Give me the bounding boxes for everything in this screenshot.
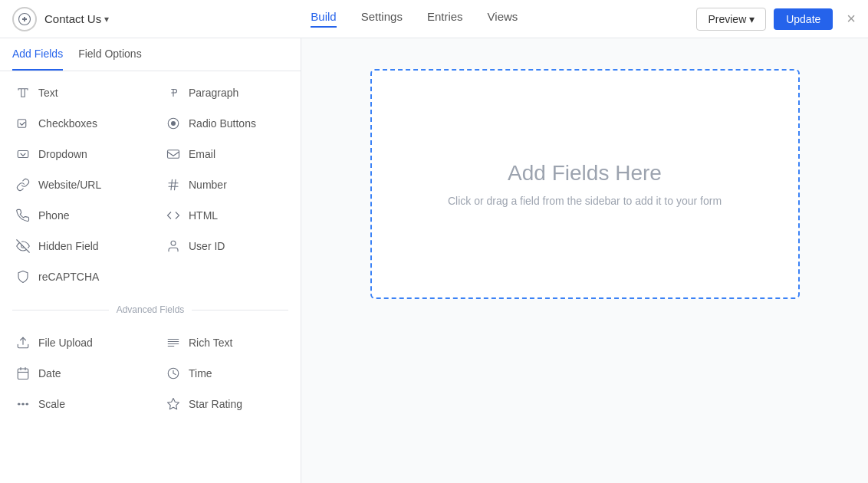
field-item-dropdown[interactable]: Dropdown — [0, 139, 150, 169]
field-item-scale[interactable]: Scale — [0, 389, 150, 419]
field-label-richtext: Rich Text — [189, 337, 232, 349]
svg-rect-1 — [18, 120, 26, 128]
dropdown-icon — [15, 146, 31, 162]
field-label-hidden: Hidden Field — [38, 240, 99, 252]
hash-icon — [166, 177, 181, 192]
field-label-recaptcha: reCAPTCHA — [38, 271, 99, 283]
code-icon — [166, 208, 181, 223]
field-item-hidden[interactable]: Hidden Field — [0, 231, 150, 261]
field-label-scale: Scale — [38, 398, 65, 410]
email-icon — [166, 146, 181, 162]
scale-icon — [15, 396, 31, 412]
form-canvas: Add Fields Here Click or drag a field fr… — [301, 38, 868, 483]
shield-icon — [15, 269, 31, 284]
field-item-checkboxes[interactable]: Checkboxes — [0, 108, 150, 139]
richtext-icon — [166, 335, 181, 350]
field-label-date: Date — [38, 367, 61, 380]
field-label-website: Website/URL — [38, 179, 101, 191]
time-icon — [166, 366, 181, 381]
field-item-number[interactable]: Number — [150, 169, 301, 200]
tab-views[interactable]: Views — [488, 10, 518, 28]
form-title: Contact Us — [44, 12, 101, 25]
drop-zone-subtitle: Click or drag a field from the sidebar t… — [448, 195, 722, 207]
sidebar: Add Fields Field Options Text Paragraph — [0, 38, 301, 483]
link-icon — [15, 177, 31, 192]
field-item-radio[interactable]: Radio Buttons — [150, 108, 301, 139]
field-item-fileupload[interactable]: File Upload — [0, 327, 150, 358]
svg-rect-13 — [18, 369, 28, 380]
field-item-website[interactable]: Website/URL — [0, 169, 150, 200]
field-item-userid[interactable]: User ID — [150, 231, 301, 261]
field-item-richtext[interactable]: Rich Text — [150, 327, 301, 358]
text-icon — [15, 85, 31, 100]
close-button[interactable]: × — [847, 10, 856, 28]
field-label-radio: Radio Buttons — [189, 117, 256, 130]
field-label-html: HTML — [189, 209, 218, 222]
advanced-fields-label: Advanced Fields — [117, 304, 185, 315]
field-label-dropdown: Dropdown — [38, 148, 87, 160]
drop-zone-title: Add Fields Here — [508, 161, 662, 186]
field-item-starrating[interactable]: Star Rating — [150, 389, 301, 419]
advanced-fields-divider: Advanced Fields — [0, 298, 301, 321]
nav-actions: Preview ▾ Update × — [696, 8, 856, 31]
field-label-paragraph: Paragraph — [189, 87, 238, 99]
title-dropdown-caret[interactable]: ▾ — [104, 14, 109, 25]
main-content: Add Fields Field Options Text Paragraph — [0, 38, 868, 483]
top-navigation: Contact Us ▾ Build Settings Entries View… — [0, 0, 868, 38]
field-item-email[interactable]: Email — [150, 139, 301, 169]
field-item-phone[interactable]: Phone — [0, 200, 150, 231]
field-item-paragraph[interactable]: Paragraph — [150, 77, 301, 108]
user-icon — [166, 238, 181, 254]
field-label-number: Number — [189, 179, 227, 191]
tab-settings[interactable]: Settings — [361, 10, 403, 28]
nav-tabs: Build Settings Entries Views — [132, 10, 696, 28]
field-label-checkboxes: Checkboxes — [38, 117, 97, 130]
tab-build[interactable]: Build — [311, 10, 336, 28]
paragraph-icon — [166, 85, 181, 100]
star-icon — [166, 396, 181, 412]
radio-icon — [166, 116, 181, 131]
fields-grid: Text Paragraph Checkboxes — [0, 71, 301, 298]
field-label-fileupload: File Upload — [38, 337, 93, 349]
date-icon — [15, 366, 31, 381]
field-item-date[interactable]: Date — [0, 358, 150, 389]
svg-point-7 — [171, 241, 176, 245]
svg-rect-5 — [168, 150, 179, 159]
svg-rect-4 — [18, 151, 28, 158]
field-label-userid: User ID — [189, 240, 225, 252]
field-label-email: Email — [189, 148, 215, 160]
field-item-text[interactable]: Text — [0, 77, 150, 108]
app-logo — [12, 7, 37, 31]
field-label-text: Text — [38, 87, 58, 99]
field-item-time[interactable]: Time — [150, 358, 301, 389]
svg-point-3 — [171, 121, 176, 126]
upload-icon — [15, 335, 31, 350]
checkboxes-icon — [15, 116, 31, 131]
field-label-starrating: Star Rating — [189, 398, 242, 410]
sidebar-tabs: Add Fields Field Options — [0, 38, 301, 71]
field-label-phone: Phone — [38, 209, 69, 222]
field-item-recaptcha[interactable]: reCAPTCHA — [0, 261, 150, 292]
advanced-fields-grid: File Upload Rich Text Date — [0, 321, 301, 426]
tab-entries[interactable]: Entries — [427, 10, 463, 28]
update-button[interactable]: Update — [774, 8, 833, 30]
hidden-icon — [15, 238, 31, 254]
field-label-time: Time — [189, 367, 212, 380]
phone-icon — [15, 208, 31, 223]
field-item-html[interactable]: HTML — [150, 200, 301, 231]
tab-add-fields[interactable]: Add Fields — [12, 38, 63, 71]
svg-marker-24 — [168, 399, 179, 409]
drop-zone[interactable]: Add Fields Here Click or drag a field fr… — [370, 69, 800, 299]
tab-field-options[interactable]: Field Options — [78, 38, 141, 71]
preview-button[interactable]: Preview ▾ — [696, 8, 766, 31]
